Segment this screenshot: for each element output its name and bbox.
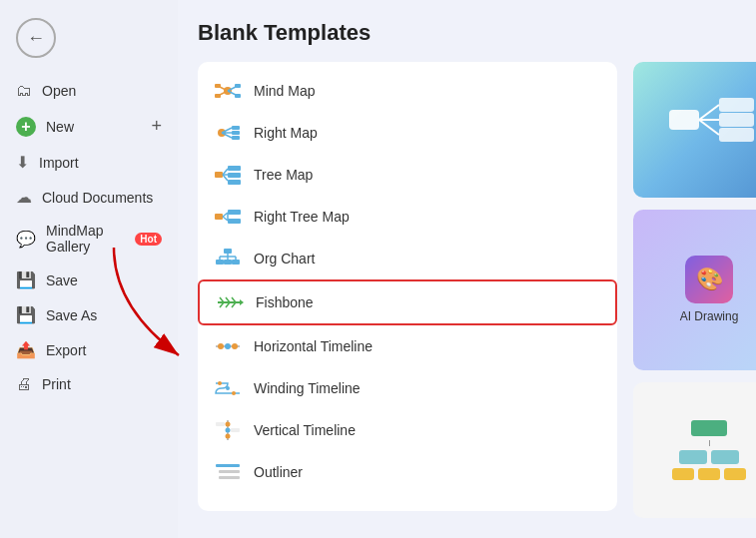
sidebar-item-print[interactable]: 🖨 Print — [0, 367, 178, 401]
hot-badge: Hot — [135, 233, 162, 246]
sidebar-export-label: Export — [46, 342, 86, 358]
sidebar: ← 🗂 Open + New + ⬇ Import ☁ Cloud Docume… — [0, 0, 178, 538]
back-button[interactable]: ← — [16, 18, 56, 58]
svg-rect-68 — [719, 113, 754, 127]
svg-rect-63 — [669, 110, 699, 130]
svg-rect-22 — [228, 173, 241, 178]
svg-rect-28 — [228, 210, 241, 215]
svg-rect-14 — [232, 126, 240, 130]
template-fishbone-label: Fishbone — [256, 294, 314, 310]
template-list: Mind Map Right Map — [198, 62, 617, 511]
sidebar-item-new[interactable]: + New + — [0, 108, 178, 145]
import-icon: ⬇ — [16, 153, 29, 172]
ai-drawing-icon: 🎨 — [685, 256, 733, 303]
sidebar-gallery-label: MindMap Gallery — [46, 223, 125, 255]
sidebar-import-label: Import — [39, 155, 79, 171]
svg-rect-7 — [215, 94, 221, 98]
new-icon: + — [16, 117, 36, 137]
svg-marker-46 — [240, 299, 244, 305]
sidebar-item-open[interactable]: 🗂 Open — [0, 74, 178, 108]
template-mind-map-label: Mind Map — [254, 83, 315, 99]
svg-rect-15 — [232, 131, 240, 135]
svg-rect-30 — [224, 249, 232, 254]
org-row-mid — [679, 450, 739, 464]
sidebar-item-mindmap-gallery[interactable]: 💬 MindMap Gallery Hot — [0, 215, 178, 263]
template-right-map[interactable]: Right Map — [198, 112, 617, 154]
template-org-chart-label: Org Chart — [254, 251, 315, 267]
svg-rect-62 — [219, 476, 240, 479]
ai-drawing-label: AI Drawing — [680, 309, 739, 323]
org-node-top — [691, 420, 727, 436]
tree-map-icon — [214, 164, 242, 186]
svg-rect-67 — [719, 98, 754, 112]
sidebar-item-save-as[interactable]: 💾 Save As — [0, 297, 178, 332]
template-tree-map-label: Tree Map — [254, 167, 313, 183]
template-vertical-timeline[interactable]: Vertical Timeline — [198, 409, 617, 451]
ai-drawing-card[interactable]: 🎨 AI Drawing — [633, 210, 756, 369]
plus-button[interactable]: + — [151, 116, 162, 137]
template-right-map-label: Right Map — [254, 125, 318, 141]
template-winding-timeline[interactable]: Winding Timeline — [198, 367, 617, 409]
main-content: Blank Templates — [178, 0, 756, 538]
templates-container: Mind Map Right Map — [198, 62, 736, 518]
svg-line-20 — [223, 175, 228, 181]
template-outliner[interactable]: Outliner — [198, 451, 617, 493]
mindmap-icon: 💬 — [16, 230, 36, 249]
sidebar-open-label: Open — [42, 83, 76, 99]
sidebar-item-cloud[interactable]: ☁ Cloud Documents — [0, 180, 178, 215]
svg-point-49 — [225, 343, 231, 349]
org-row-bot — [672, 468, 746, 480]
cloud-icon: ☁ — [16, 188, 32, 207]
sidebar-item-import[interactable]: ⬇ Import — [0, 145, 178, 180]
template-horizontal-timeline[interactable]: Horizontal Timeline — [198, 325, 617, 367]
svg-rect-58 — [216, 422, 225, 426]
template-org-chart[interactable]: Org Chart — [198, 238, 617, 279]
page-title: Blank Templates — [198, 20, 736, 46]
svg-rect-24 — [215, 214, 223, 220]
svg-rect-23 — [228, 180, 241, 185]
right-map-icon — [214, 122, 242, 144]
right-cards: 🎨 AI Drawing — [633, 62, 756, 518]
print-icon: 🖨 — [16, 375, 32, 393]
template-right-tree-map[interactable]: Right Tree Map — [198, 196, 617, 238]
svg-rect-17 — [215, 172, 223, 178]
sidebar-print-label: Print — [42, 376, 71, 392]
fishbone-icon — [216, 291, 244, 313]
save-icon: 💾 — [16, 270, 36, 289]
template-fishbone[interactable]: Fishbone — [198, 279, 617, 325]
template-tree-map[interactable]: Tree Map — [198, 154, 617, 196]
svg-rect-9 — [235, 94, 241, 98]
svg-rect-36 — [216, 260, 224, 265]
template-mind-map[interactable]: Mind Map — [198, 70, 617, 112]
sidebar-item-export[interactable]: 📤 Export — [0, 332, 178, 367]
svg-rect-61 — [219, 470, 240, 473]
preview-card-top — [633, 62, 756, 198]
org-chart-icon — [214, 248, 242, 269]
template-v-timeline-label: Vertical Timeline — [254, 422, 356, 438]
sidebar-save-label: Save — [46, 272, 78, 288]
svg-point-50 — [232, 343, 238, 349]
org-node-mid-right — [711, 450, 739, 464]
svg-point-53 — [232, 391, 236, 395]
sidebar-new-label: New — [46, 119, 74, 135]
org-diagram — [672, 420, 746, 480]
org-node-mid-left — [679, 450, 707, 464]
template-outliner-label: Outliner — [254, 464, 303, 480]
org-node-bot-1 — [672, 468, 694, 480]
template-w-timeline-label: Winding Timeline — [254, 380, 361, 396]
template-right-tree-map-label: Right Tree Map — [254, 209, 350, 225]
org-node-bot-2 — [698, 468, 720, 480]
vertical-timeline-icon — [214, 419, 242, 441]
open-icon: 🗂 — [16, 82, 32, 100]
svg-rect-38 — [232, 260, 240, 265]
svg-line-64 — [699, 105, 719, 120]
svg-rect-6 — [215, 84, 221, 88]
sidebar-item-save[interactable]: 💾 Save — [0, 263, 178, 297]
horizontal-timeline-icon — [214, 335, 242, 357]
template-h-timeline-label: Horizontal Timeline — [254, 338, 373, 354]
svg-rect-37 — [224, 260, 232, 265]
svg-point-55 — [226, 422, 231, 427]
svg-rect-59 — [231, 428, 240, 432]
org-diagram-card — [633, 382, 756, 518]
save-as-icon: 💾 — [16, 305, 36, 324]
